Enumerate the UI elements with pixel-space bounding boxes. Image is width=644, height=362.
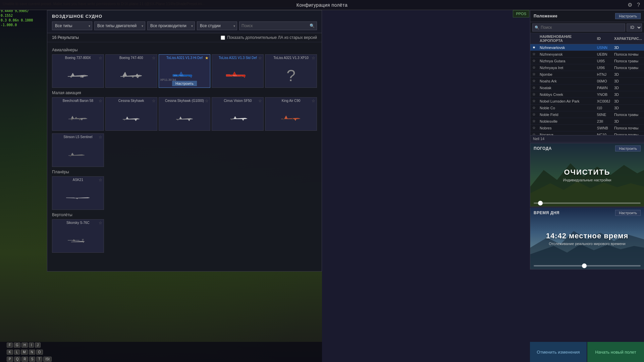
category-helicopters: Вертолёты: [52, 213, 317, 217]
aircraft-name-stinson: Stinson L5 Sentinel: [54, 135, 102, 139]
aircraft-card-boeing737[interactable]: ☆ Boeing 737-800X: [52, 54, 104, 88]
show-old-text: Показать дополнительные ЛА из старых вер…: [227, 35, 317, 40]
airport-row[interactable]: ☆ Noatak PAWN 3D: [530, 84, 644, 91]
airport-row[interactable]: ☆ Noble Co I10 3D: [530, 105, 644, 111]
time-slider[interactable]: [534, 265, 641, 266]
key-i: I: [29, 343, 34, 348]
svg-point-3: [132, 76, 133, 77]
airport-id: UI96: [595, 64, 612, 71]
aircraft-card-toliss-stddef[interactable]: ☆ ToLiss A321 V1.3 Std Def A321: [212, 54, 264, 88]
aircraft-card-baron[interactable]: ☆ Beechcraft Baron 58: [52, 97, 104, 131]
airport-name: Noblesville: [538, 118, 595, 125]
aircraft-name-ask21: ASK21: [54, 178, 102, 182]
svg-point-0: [70, 76, 72, 77]
airport-char: 3D: [612, 44, 644, 51]
airport-row[interactable]: ☆ Noble Field 56NE Полоса травы: [530, 111, 644, 118]
key-o: O: [36, 350, 43, 355]
airport-char: 3D: [612, 78, 644, 84]
show-old-label[interactable]: Показать дополнительные ЛА из старых вер…: [221, 35, 317, 40]
weather-slider[interactable]: [534, 202, 641, 204]
airport-fav-icon[interactable]: ☆: [530, 78, 538, 84]
key-q: Q: [14, 357, 21, 362]
airport-fav-icon[interactable]: ☆: [530, 125, 538, 131]
manufacturer-filter[interactable]: Все производители: [147, 21, 195, 30]
weather-slider-dot[interactable]: [538, 201, 543, 205]
svg-point-22: [291, 119, 293, 120]
time-slider-dot[interactable]: [582, 263, 587, 268]
col-char[interactable]: ХАРАКТЕРИС...: [612, 33, 644, 44]
aircraft-card-kingair[interactable]: ☆ King Air C90: [265, 97, 317, 131]
position-search-input[interactable]: [541, 25, 623, 30]
airport-fav-icon[interactable]: ☆: [530, 71, 538, 78]
airport-row[interactable]: ☆ Njombe HTNJ 3D: [530, 71, 644, 78]
airport-fav-icon[interactable]: ★: [530, 44, 538, 51]
cancel-button[interactable]: Отменить изменения: [530, 342, 587, 362]
airport-char: 3D: [612, 71, 644, 78]
airport-fav-icon[interactable]: ☆: [530, 84, 538, 91]
show-old-checkbox[interactable]: [221, 36, 225, 40]
position-id-select[interactable]: ID ▾: [627, 23, 642, 32]
top-bar: Конфигурация полёта ⚙ ?: [0, 0, 644, 10]
aircraft-card-skyhawk[interactable]: ☆ Cessna Skyhawk: [105, 97, 157, 131]
position-search-wrapper: 🔍: [532, 23, 625, 32]
aircraft-card-toliss-xp10[interactable]: ☆ ToLiss A321 V1.3 XP10 ?: [265, 54, 317, 88]
keyboard-keys: F G H I J K L M N O P Q R S T ISt: [7, 343, 125, 362]
engine-filter[interactable]: Все типы двигателей: [94, 21, 145, 30]
airport-row[interactable]: ☆ Noahs Ark 06MO 3D: [530, 78, 644, 84]
airport-id: XC008J: [595, 98, 612, 105]
aircraft-svg-kingair: [278, 110, 305, 127]
airport-char: 3D: [612, 91, 644, 98]
airport-fav-icon[interactable]: ☆: [530, 111, 538, 118]
time-configure-button[interactable]: Настроить: [615, 210, 641, 216]
aircraft-card-boeing747[interactable]: ☆ Boeing 747-400: [105, 54, 157, 88]
airport-fav-icon[interactable]: ☆: [530, 105, 538, 111]
airport-fav-icon[interactable]: ☆: [530, 58, 538, 64]
col-id[interactable]: ID: [595, 33, 612, 44]
airport-row[interactable]: ☆ Nobbys Creek YNOB 3D: [530, 91, 644, 98]
aircraft-card-sikorsky[interactable]: ☆ Sikorsky S-76C: [52, 219, 104, 253]
airport-name: Nizhnevartovsk: [538, 44, 595, 51]
airport-row[interactable]: ☆ Nobel Lumsden Air Park XC008J 3D: [530, 98, 644, 105]
key-n: N: [29, 350, 35, 355]
airport-fav-icon[interactable]: ☆: [530, 64, 538, 71]
svg-point-25: [70, 155, 71, 157]
svg-point-21: [283, 119, 284, 120]
studio-filter[interactable]: Все студии: [197, 21, 237, 30]
airport-row[interactable]: ☆ Noblesville 23II 3D: [530, 118, 644, 125]
airport-row[interactable]: ★ Nizhnevartovsk USNN 3D: [530, 44, 644, 51]
aircraft-search-input[interactable]: [241, 23, 310, 28]
time-title: ВРЕМЯ ДНЯ: [534, 210, 559, 215]
key-k: K: [7, 350, 13, 355]
aircraft-img-sikorsky: [56, 230, 100, 251]
airport-id: 23II: [595, 118, 612, 125]
settings-icon[interactable]: ⚙: [628, 2, 632, 8]
aircraft-card-cirrus[interactable]: ☆ Cirrus Vision SF50: [212, 97, 264, 131]
configure-button-toliss-hidef[interactable]: Настроить: [172, 81, 197, 86]
help-icon[interactable]: ?: [637, 2, 640, 8]
aircraft-img-skyhawk-g1000: [163, 108, 206, 129]
airport-row[interactable]: ☆ Nobres SWNB Полоса почвы: [530, 125, 644, 131]
airport-row[interactable]: ☆ Nizhnevyansk UEBN Полоса почвы: [530, 51, 644, 58]
type-filter-wrapper: Все типы: [52, 21, 92, 30]
start-flight-button[interactable]: Начать новый полет: [587, 342, 644, 362]
airport-row[interactable]: ☆ Nizhnya Gutara UI95 Полоса травы: [530, 58, 644, 64]
col-airport-name[interactable]: НАИМЕНОВАНИЕ АЭРОПОРТА: [538, 33, 595, 44]
aircraft-card-skyhawk-g1000[interactable]: ☆ Cessna Skyhawk (G1000): [159, 97, 211, 131]
airport-row[interactable]: ☆ Nocarva NC10 Полоса почвы: [530, 131, 644, 135]
airport-fav-icon[interactable]: ☆: [530, 91, 538, 98]
airport-id: NC10: [595, 131, 612, 135]
type-filter[interactable]: Все типы: [52, 21, 92, 30]
airport-fav-icon[interactable]: ☆: [530, 131, 538, 135]
airport-fav-icon[interactable]: ☆: [530, 98, 538, 105]
svg-point-27: [73, 240, 74, 241]
aircraft-card-ask21[interactable]: ☆ ASK21: [52, 176, 104, 210]
airport-fav-icon[interactable]: ☆: [530, 51, 538, 58]
airport-fav-icon[interactable]: ☆: [530, 118, 538, 125]
airport-row[interactable]: ☆ Nizhnyaya Iret UI96 Полоса травы: [530, 64, 644, 71]
weather-configure-button[interactable]: Настроить: [615, 145, 641, 152]
airliner-grid: ☆ Boeing 737-800X ☆: [52, 54, 317, 88]
position-configure-button[interactable]: Настроить: [615, 13, 641, 19]
airport-name: Noble Co: [538, 105, 595, 111]
aircraft-card-toliss-hidef[interactable]: ★ ToLiss A321 V1.3 Hi Def AIRBUS A321 XP…: [159, 54, 211, 88]
aircraft-card-stinson[interactable]: ☆ Stinson L5 Sentinel: [52, 133, 104, 167]
